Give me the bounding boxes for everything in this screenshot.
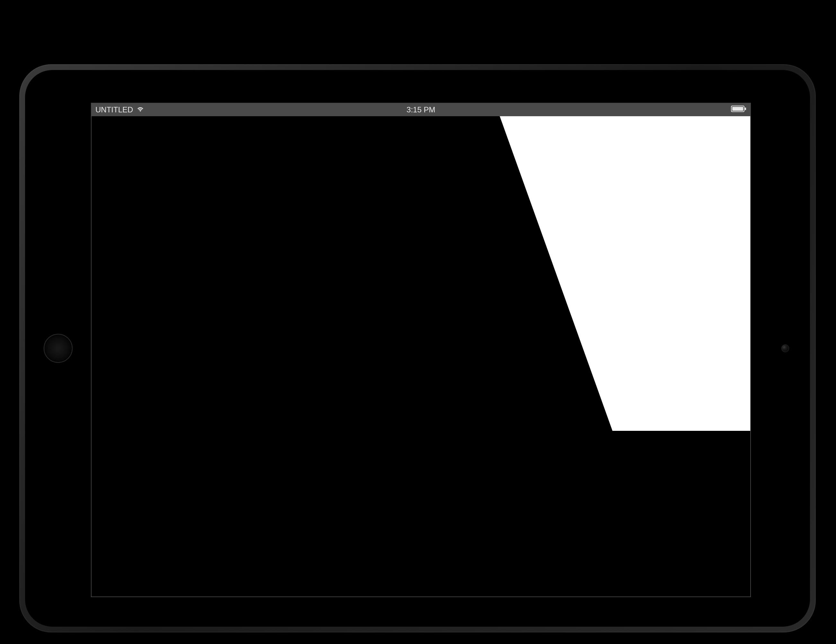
- svg-rect-2: [745, 108, 746, 110]
- svg-rect-1: [732, 107, 743, 111]
- content-area: [91, 116, 750, 597]
- battery-icon: [731, 105, 746, 114]
- status-left: UNTITLED: [95, 105, 145, 114]
- device-inner: UNTITLED 3:15 PM: [25, 70, 810, 627]
- home-button[interactable]: [44, 334, 73, 363]
- wifi-icon: [136, 105, 145, 114]
- carrier-label: UNTITLED: [95, 105, 133, 114]
- screen: UNTITLED 3:15 PM: [91, 103, 751, 597]
- front-camera: [781, 344, 789, 352]
- device-frame: UNTITLED 3:15 PM: [19, 64, 816, 633]
- status-time: 3:15 PM: [407, 105, 435, 114]
- status-right: [731, 105, 746, 114]
- status-bar: UNTITLED 3:15 PM: [91, 103, 750, 116]
- white-shape: [500, 116, 750, 431]
